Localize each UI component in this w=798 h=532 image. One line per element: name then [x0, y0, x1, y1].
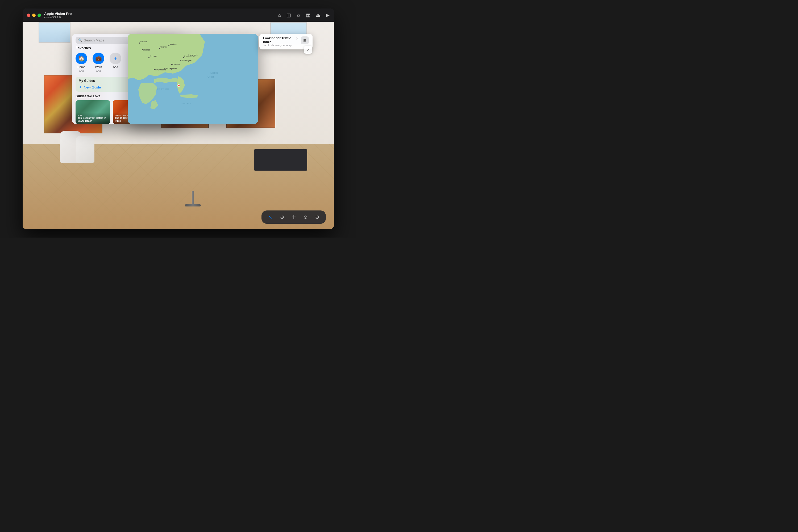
home-icon[interactable]: ⌂ — [278, 13, 281, 18]
new-guide-label: New Guide — [84, 85, 101, 89]
maximize-button[interactable] — [37, 14, 41, 17]
work-label: Work — [95, 65, 102, 69]
map-direction-button[interactable]: ↗ — [304, 46, 312, 54]
svg-text:Gulf of Mexico: Gulf of Mexico — [157, 88, 169, 90]
search-icon: 🔍 — [78, 38, 82, 42]
title-bar-right: ⌂ ◫ ☼ ▦ ⛰ ▶ — [278, 12, 330, 18]
svg-point-29 — [178, 84, 180, 87]
map-background: Atlantic Ocean Caribbean Gulf of Mexico … — [128, 34, 258, 124]
work-sublabel: Add — [96, 70, 101, 73]
favorite-home[interactable]: 🏠 Home Add — [75, 53, 87, 73]
traffic-title: Looking for Traffic Info? — [263, 36, 293, 44]
cursor-control-button[interactable]: ↖ — [266, 213, 275, 222]
svg-text:Montreal: Montreal — [170, 43, 177, 45]
guide-card-miami[interactable]: MAP Top Oceanfront Hotels in Miami Beach — [75, 100, 110, 124]
orbit-control-button[interactable]: ⊙ — [301, 213, 310, 222]
svg-point-9 — [180, 60, 181, 61]
stand-base — [185, 204, 201, 207]
map-stand — [128, 191, 258, 207]
favorites-title: Favorites — [75, 46, 91, 50]
svg-point-23 — [159, 48, 160, 49]
svg-text:St. Louis: St. Louis — [150, 55, 157, 57]
app-window: Apple Vision Pro visionOS 1.0 ⌂ ◫ ☼ ▦ ⛰ … — [23, 8, 334, 229]
svg-point-25 — [168, 45, 169, 46]
svg-point-21 — [142, 49, 143, 50]
screenshot-icon[interactable]: ◫ — [287, 12, 291, 18]
svg-text:Toronto: Toronto — [160, 46, 166, 48]
svg-text:Caribbean: Caribbean — [181, 102, 191, 105]
svg-text:London: London — [141, 41, 147, 42]
brightness-icon[interactable]: ☼ — [296, 13, 301, 18]
minimize-button[interactable] — [32, 14, 36, 17]
svg-text:Philadelphia: Philadelphia — [184, 55, 195, 57]
add-icon-circle: ＋ — [110, 53, 121, 64]
move-control-button[interactable]: ✛ — [289, 213, 298, 222]
svg-text:Washington: Washington — [182, 59, 192, 62]
add-control-button[interactable]: ⊕ — [277, 213, 287, 222]
plus-icon: ＋ — [79, 85, 82, 90]
home-label: Home — [77, 65, 85, 69]
traffic-grid-button[interactable]: ⊞ — [301, 36, 309, 44]
title-info: Apple Vision Pro visionOS 1.0 — [44, 12, 72, 19]
svg-text:Birmingham: Birmingham — [166, 68, 176, 70]
close-button[interactable] — [27, 14, 30, 17]
home-icon-circle: 🏠 — [75, 53, 87, 64]
home-sublabel: Add — [79, 70, 84, 73]
map-controls: ↗ — [304, 46, 312, 54]
svg-point-7 — [183, 57, 184, 58]
favorite-work[interactable]: 💼 Work Add — [93, 53, 104, 73]
svg-text:Chicago: Chicago — [143, 49, 150, 51]
bottom-controls: ↖ ⊕ ✛ ⊙ ⊖ — [261, 210, 326, 224]
svg-text:Ocean: Ocean — [207, 75, 215, 78]
skylight-left — [39, 22, 71, 43]
stand-pole — [192, 191, 194, 204]
landscape-icon[interactable]: ⛰ — [316, 13, 321, 18]
svg-text:Charlotte: Charlotte — [173, 63, 180, 65]
map-svg: Atlantic Ocean Caribbean Gulf of Mexico … — [128, 34, 258, 124]
guide-miami-title: Top Oceanfront Hotels in Miami Beach — [78, 117, 108, 122]
sculpture-2 — [76, 136, 94, 163]
traffic-banner-text: Looking for Traffic Info? Tap to choose … — [263, 36, 293, 47]
svg-point-17 — [154, 69, 155, 70]
grid-icon[interactable]: ▦ — [306, 12, 310, 18]
work-icon-circle: 💼 — [93, 53, 104, 64]
svg-text:Atlantic: Atlantic — [210, 72, 218, 74]
title-bar: Apple Vision Pro visionOS 1.0 ⌂ ◫ ☼ ▦ ⛰ … — [23, 8, 334, 22]
guide-miami-overlay: MAP Top Oceanfront Hotels in Miami Beach — [75, 113, 110, 124]
add-label: Add — [113, 65, 118, 69]
map-area[interactable]: Atlantic Ocean Caribbean Gulf of Mexico … — [128, 34, 258, 124]
svg-point-19 — [148, 57, 149, 58]
video-icon[interactable]: ▶ — [326, 12, 330, 18]
traffic-close-button[interactable]: ✕ — [295, 36, 299, 41]
main-content: 🔍 Search Maps 👤 Favorites More 🏠 Home Ad… — [23, 22, 334, 229]
os-version: visionOS 1.0 — [44, 16, 72, 19]
svg-text:New Orleans: New Orleans — [155, 69, 166, 71]
svg-point-27 — [139, 42, 140, 43]
zoom-control-button[interactable]: ⊖ — [312, 213, 322, 222]
title-bar-left: Apple Vision Pro visionOS 1.0 — [27, 12, 72, 19]
favorite-add[interactable]: ＋ Add — [110, 53, 121, 73]
traffic-lights — [27, 14, 41, 17]
svg-point-11 — [171, 64, 172, 65]
traffic-subtitle: Tap to choose your map. — [263, 44, 293, 47]
bench — [254, 149, 307, 171]
app-name: Apple Vision Pro — [44, 12, 72, 16]
guide-miami-brand: MAP — [78, 114, 108, 117]
